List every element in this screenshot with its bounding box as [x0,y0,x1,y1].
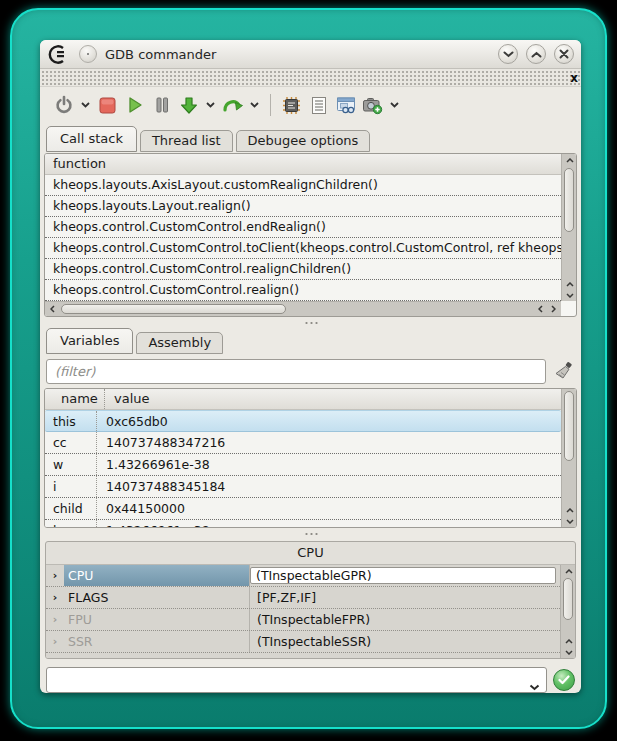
scroll-left-icon[interactable] [45,303,60,315]
dropdown-chevron-icon[interactable] [386,92,403,119]
variables-rows: this 0xc65db0 cc 140737488347216 w 1.432… [45,410,561,527]
step-over-icon[interactable] [219,92,246,119]
expand-chevron-icon[interactable]: › [46,631,64,652]
add-watch-icon[interactable] [359,92,386,119]
variable-row[interactable]: w 1.43266961e-38 [45,454,561,476]
panel-splitter[interactable] [40,317,581,328]
stop-icon[interactable] [94,92,121,119]
tab-debugee-options[interactable]: Debugee options [236,130,371,152]
window-frame: GDB commander x [10,8,607,729]
clear-filter-broom-icon[interactable] [551,359,575,383]
filter-input[interactable] [46,359,546,384]
step-into-icon[interactable] [175,92,202,119]
variable-row[interactable]: cc 140737488347216 [45,432,561,454]
name-column-header[interactable]: name [53,389,105,409]
dock-drag-bar[interactable]: x [40,69,581,87]
variable-name: w [45,454,97,475]
expand-chevron-icon[interactable]: › [46,609,64,630]
power-icon[interactable] [50,92,77,119]
variables-vertical-scrollbar[interactable] [561,389,576,527]
titlebar[interactable]: GDB commander [40,40,581,69]
dock-close-icon[interactable]: x [570,70,578,86]
dropdown-chevron-icon[interactable] [77,92,94,119]
scroll-down-icon[interactable] [562,515,577,527]
scrollbar-thumb[interactable] [563,578,573,620]
dropdown-chevron-icon[interactable] [202,92,219,119]
tab-call-stack[interactable]: Call stack [46,126,137,152]
variable-name: cc [45,432,97,453]
cpu-vertical-scrollbar[interactable] [560,565,575,658]
variable-name: h [45,520,97,527]
scrollbar-thumb[interactable] [61,304,286,314]
cpu-register-row[interactable]: › FLAGS [PF,ZF,IF] [46,587,560,609]
cpu-register-row[interactable]: › FPU (TInspectableFPR) [46,609,560,631]
tab-assembly[interactable]: Assembly [136,332,223,354]
ok-check-icon[interactable] [553,669,575,691]
variable-value: 0x44150000 [97,498,561,519]
expand-chevron-icon[interactable]: › [46,565,64,586]
register-group-name[interactable]: CPU [64,565,250,586]
variable-value: 1.43266961e-38 [97,454,561,475]
scroll-right-icon[interactable] [546,303,561,315]
callstack-row[interactable]: kheops.control.CustomControl.realign() [45,280,561,301]
scroll-down-icon[interactable] [561,646,576,658]
shade-icon[interactable] [498,44,518,64]
cpu-register-row[interactable]: › SSR (TInspectableSSR) [46,631,560,653]
unshade-icon[interactable] [526,44,546,64]
variable-value: 1.43266961e-38 [97,520,561,527]
value-column-header[interactable]: value [105,389,150,409]
variable-value: 140737488345184 [97,476,561,497]
register-group-name[interactable]: FPU [64,609,250,630]
gdb-commander-window: GDB commander x [40,40,581,693]
dropdown-chevron-icon[interactable] [246,92,263,119]
callstack-vertical-scrollbar[interactable] [561,154,576,301]
callstack-row[interactable]: kheops.layouts.Layout.realign() [45,196,561,217]
callstack-horizontal-scrollbar[interactable] [45,301,561,316]
variables-tabbar: Variables Assembly [40,328,581,354]
scrollbar-thumb[interactable] [564,391,574,461]
register-group-name[interactable]: SSR [64,631,250,652]
variable-row[interactable]: child 0x44150000 [45,498,561,520]
variable-row[interactable]: i 140737488345184 [45,476,561,498]
callstack-row[interactable]: kheops.control.CustomControl.toClient(kh… [45,238,561,259]
toolbar-separator [270,94,271,116]
scroll-up-icon[interactable] [562,154,577,166]
callstack-rows: kheops.layouts.AxisLayout.customRealignC… [45,175,561,301]
window-menu-icon[interactable] [79,45,97,63]
app-logo-icon [47,45,71,64]
register-value-editbox[interactable]: (TInspectableGPR) [250,567,556,584]
expand-chevron-icon[interactable]: › [46,587,64,608]
command-input[interactable] [47,669,546,691]
cpu-register-row[interactable]: › CPU (TInspectableGPR) [46,565,560,587]
close-icon[interactable] [554,44,574,64]
variable-row[interactable]: this 0xc65db0 [45,410,561,432]
variables-filter-row [46,358,575,384]
callstack-row[interactable]: kheops.layouts.AxisLayout.customRealignC… [45,175,561,196]
register-group-name[interactable]: FLAGS [64,587,250,608]
variable-value: 140737488347216 [97,432,561,453]
combo-dropdown-chevron-icon[interactable] [529,676,540,695]
variables-column-header: name value [45,389,576,410]
scroll-down-icon[interactable] [562,289,577,301]
register-value: [PF,ZF,IF] [250,587,560,608]
variable-row[interactable]: h 1.43266961e-38 [45,520,561,527]
cpu-view-icon[interactable] [278,92,305,119]
variables-panel: name value this 0xc65db0 cc 140737488347… [44,388,577,528]
panel-splitter[interactable] [40,528,581,539]
output-view-icon[interactable] [305,92,332,119]
callstack-column-header[interactable]: function [45,154,576,175]
callstack-row[interactable]: kheops.control.CustomControl.endRealign(… [45,217,561,238]
callstack-row[interactable]: kheops.control.CustomControl.realignChil… [45,259,561,280]
tab-variables[interactable]: Variables [46,328,133,354]
run-icon[interactable] [121,92,148,119]
variable-name: i [45,476,97,497]
tab-thread-list[interactable]: Thread list [140,130,233,152]
cpu-grid: › CPU (TInspectableGPR) › FLAGS [PF,ZF,I… [46,564,575,658]
variable-name: child [45,498,97,519]
pause-icon[interactable] [148,92,175,119]
cpu-inspector-panel: CPU › CPU (TInspectableGPR) › FLAGS [PF,… [45,541,576,659]
scrollbar-thumb[interactable] [564,168,574,232]
command-combobox[interactable] [46,667,547,693]
scroll-up-icon[interactable] [561,565,576,577]
watch-window-icon[interactable] [332,92,359,119]
